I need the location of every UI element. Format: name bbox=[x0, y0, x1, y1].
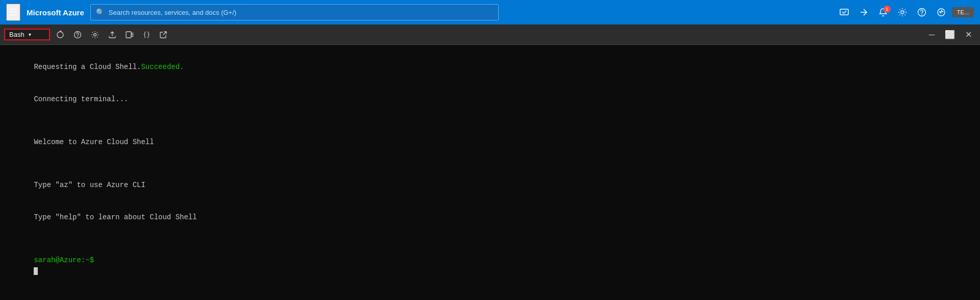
restart-shell-button[interactable] bbox=[53, 29, 67, 41]
terminal-prompt: sarah@Azure:~$ bbox=[34, 256, 94, 264]
terminal-line-1: Requesting a Cloud Shell.Succeeded. bbox=[8, 51, 972, 83]
terminal-prompt-line: sarah@Azure:~$ bbox=[8, 244, 972, 287]
directory-switch-button[interactable] bbox=[855, 5, 872, 20]
json-editor-button[interactable]: {} bbox=[140, 29, 153, 40]
svg-point-4 bbox=[75, 31, 81, 38]
chevron-down-icon: ▾ bbox=[29, 32, 31, 37]
terminal-line-7: Type "help" to learn about Cloud Shell bbox=[8, 201, 972, 234]
terminal-line-6: Type "az" to use Azure CLI bbox=[8, 169, 972, 201]
terminal-cursor bbox=[34, 267, 38, 275]
upload-button[interactable] bbox=[105, 29, 119, 41]
search-input[interactable] bbox=[109, 9, 493, 16]
search-bar[interactable]: 🔍 bbox=[90, 4, 499, 20]
svg-point-5 bbox=[77, 36, 78, 36]
svg-rect-0 bbox=[840, 9, 848, 15]
terminal-line-5 bbox=[8, 158, 972, 169]
restore-button[interactable]: ⬜ bbox=[941, 28, 959, 41]
azure-logo: Microsoft Azure bbox=[27, 8, 84, 17]
shell-toolbar: Bash ▾ {} ─ ⬜ ✕ bbox=[0, 25, 980, 45]
terminal-line-4: Welcome to Azure Cloud Shell bbox=[8, 126, 972, 158]
minimize-button[interactable]: ─ bbox=[925, 28, 939, 41]
svg-point-2 bbox=[918, 9, 925, 16]
svg-point-3 bbox=[921, 14, 922, 15]
help-shell-button[interactable] bbox=[70, 29, 85, 41]
search-icon: 🔍 bbox=[96, 8, 105, 16]
terminal-area[interactable]: Requesting a Cloud Shell.Succeeded. Conn… bbox=[0, 45, 980, 300]
open-new-session-button[interactable] bbox=[156, 29, 170, 41]
terminal-line-8 bbox=[8, 234, 972, 244]
azure-navbar: ☰ Microsoft Azure 🔍 1 TE... bbox=[0, 0, 980, 25]
environment-selector[interactable]: Bash ▾ bbox=[4, 29, 50, 40]
hamburger-menu-button[interactable]: ☰ bbox=[6, 4, 20, 21]
terminal-line-2: Connecting terminal... bbox=[8, 83, 972, 116]
open-editor-button[interactable] bbox=[122, 29, 137, 41]
svg-point-1 bbox=[901, 11, 904, 14]
user-avatar[interactable]: TE... bbox=[952, 7, 974, 17]
window-controls: ─ ⬜ ✕ bbox=[925, 28, 976, 41]
nav-right-icons: 1 TE... bbox=[836, 5, 974, 20]
close-button[interactable]: ✕ bbox=[961, 28, 976, 41]
cloud-shell-panel: Bash ▾ {} ─ ⬜ ✕ Requesting bbox=[0, 25, 980, 300]
notification-badge: 1 bbox=[884, 6, 891, 13]
help-nav-button[interactable] bbox=[913, 5, 930, 20]
settings-shell-button[interactable] bbox=[88, 29, 102, 41]
feedback-nav-button[interactable] bbox=[933, 5, 950, 20]
cloud-shell-icon-button[interactable] bbox=[836, 5, 853, 20]
settings-nav-button[interactable] bbox=[894, 5, 911, 20]
svg-rect-7 bbox=[126, 32, 131, 38]
env-label: Bash bbox=[9, 31, 24, 38]
notifications-button[interactable]: 1 bbox=[874, 5, 892, 20]
svg-point-6 bbox=[94, 33, 96, 36]
terminal-line-3 bbox=[8, 116, 972, 126]
